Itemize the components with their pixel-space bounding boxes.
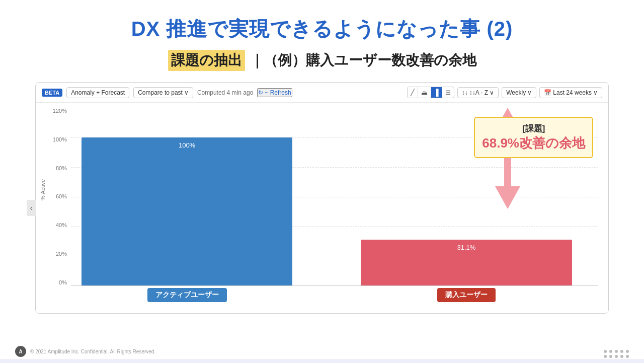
arrow-down [495,186,520,209]
y-label-0: 0% [59,279,67,285]
compare-button[interactable]: Compare to past ∨ [133,87,193,98]
scroll-left-icon: ‹ [30,204,33,212]
y-label-40: 40% [56,222,67,228]
copyright-text: © 2021 Amplitude Inc. Confidential. All … [30,349,155,354]
dot-2 [609,350,612,353]
y-axis-title: % Active [40,179,46,200]
y-label-100: 100% [53,136,67,142]
y-label-60: 60% [56,193,67,199]
bar-purchase-users-value: 31.1% [457,244,476,251]
x-label-purchase-text: 購入ユーザー [437,288,496,302]
dot-1 [604,350,607,353]
dot-7 [609,355,612,358]
chevron-down-icon: ∨ [184,89,189,96]
slide: DX 推進で実現できるようになった事 (2) 課題の抽出 ｜（例）購入ユーザー数… [0,0,644,363]
chart-area: 120% 100% 80% 60% 40% 20% 0% % Active [36,103,608,313]
computed-text: Computed 4 min ago [197,89,253,96]
scroll-left-button[interactable]: ‹ [27,200,36,216]
dot-5 [626,350,629,353]
chart-toolbar: BETA Anomaly + Forecast Compare to past … [36,83,608,103]
weekly-button[interactable]: Weekly ∨ [502,87,536,98]
date-chevron-icon: ∨ [593,89,598,96]
y-label-120: 120% [53,108,67,114]
weekly-chevron-icon: ∨ [527,89,532,96]
chart-container: BETA Anomaly + Forecast Compare to past … [35,82,609,314]
bottom-strip [0,359,644,363]
refresh-icon: ↻ [258,89,263,96]
bar-chart-icon: ▐ [434,89,439,96]
sort-chevron-icon: ∨ [490,89,494,96]
plot-area: 100% 31.1% [課題] 68.9%改善の余地 [71,108,598,285]
annotation-value: 68.9%改善の余地 [482,134,585,152]
table-icon: ⊞ [445,89,451,96]
annotation-box: [課題] 68.9%改善の余地 [474,117,593,158]
dot-10 [626,355,629,358]
y-label-20: 20% [56,251,67,257]
x-label-purchase: 購入ユーザー [361,288,572,302]
pagination-dots [604,350,629,358]
sub-title: 課題の抽出 ｜（例）購入ユーザー数改善の余地 [168,50,476,71]
dots-row-2 [604,355,629,358]
bar-active-users: 100% [82,137,292,285]
amplitude-logo: A [15,346,26,357]
bar-purchase-users: 31.1% [361,240,572,285]
anomaly-forecast-button[interactable]: Anomaly + Forecast [66,87,129,98]
annotation-title: [課題] [482,123,585,134]
sub-title-rest: ｜（例）購入ユーザー数改善の余地 [250,51,476,70]
x-label-active: アクティブユーザー [82,288,292,302]
toolbar-right: ╱ ⛰ ▐ ⊞ ↕↓ ↕↓A - Z ∨ [407,87,602,98]
bar-chart-button[interactable]: ▐ [431,87,442,98]
area-chart-button[interactable]: ⛰ [418,87,431,98]
dots-row-1 [604,350,629,353]
dot-4 [620,350,623,353]
bar-active-users-value: 100% [179,141,195,149]
table-button[interactable]: ⊞ [442,87,454,98]
dot-8 [615,355,618,358]
dot-6 [604,355,607,358]
x-axis-labels: アクティブユーザー 購入ユーザー [71,288,598,311]
line-chart-icon: ╱ [411,89,415,96]
dot-3 [615,350,618,353]
x-label-active-text: アクティブユーザー [147,288,227,302]
footer: A © 2021 Amplitude Inc. Confidential. Al… [15,346,155,357]
chart-type-group: ╱ ⛰ ▐ ⊞ [407,87,454,98]
line-chart-button[interactable]: ╱ [408,87,418,98]
y-label-80: 80% [56,165,67,171]
area-chart-icon: ⛰ [421,89,428,96]
sort-icon: ↕↓ [462,89,468,96]
main-title: DX 推進で実現できるようになった事 (2) [131,15,513,43]
sub-title-highlight: 課題の抽出 [168,50,245,71]
calendar-icon: 📅 [544,89,551,96]
grid-line-0 [71,285,598,286]
sort-button[interactable]: ↕↓ ↕↓A - Z ∨ [457,87,499,98]
date-range-button[interactable]: 📅 Last 24 weeks ∨ [539,87,602,98]
dot-9 [620,355,623,358]
beta-badge: BETA [42,89,62,97]
refresh-button[interactable]: ↻ ~ Refresh [257,88,292,97]
